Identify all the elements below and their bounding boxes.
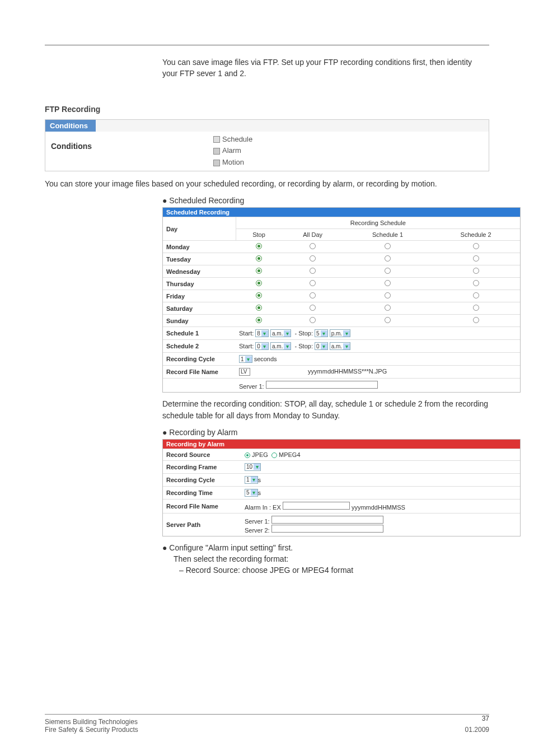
alarm-filename-prefix: Alarm In : EX <box>245 504 281 511</box>
radio-sched2[interactable] <box>473 243 479 249</box>
alarm-cycle-label: Recording Cycle <box>163 473 241 486</box>
opt-schedule: Schedule <box>222 134 252 146</box>
sched1-stop-val[interactable]: 5▾ <box>315 329 328 337</box>
radio-sched1[interactable] <box>385 317 391 323</box>
col-sched1: Schedule 1 <box>344 229 432 241</box>
recording-cycle-label: Recording Cycle <box>163 353 236 366</box>
sched1-start-ap[interactable]: a.m.▾ <box>270 329 291 337</box>
sched2-start-val[interactable]: 0▾ <box>255 342 269 350</box>
frame-val[interactable]: 10▾ <box>245 463 261 471</box>
radio-sched1[interactable] <box>385 292 391 298</box>
alarm-filename-input[interactable] <box>283 502 350 510</box>
radio-allday[interactable] <box>310 280 316 286</box>
scheduled-recording-table: Scheduled Recording Day Recording Schedu… <box>162 207 521 393</box>
opt-alarm: Alarm <box>222 145 241 157</box>
day-thursday: Thursday <box>163 278 236 290</box>
radio-sched1[interactable] <box>385 268 391 274</box>
server2-path-input[interactable] <box>271 525 383 533</box>
radio-allday[interactable] <box>310 305 316 311</box>
radio-stop[interactable] <box>256 255 262 262</box>
configure-bullet: Configure "Alarm input setting" first. <box>162 543 489 552</box>
alarm-cycle-val[interactable]: 1▾ <box>245 476 258 484</box>
conditions-panel: Conditions Conditions Schedule Alarm Mot… <box>45 119 489 171</box>
server1-lbl: Server 1: <box>245 518 270 525</box>
radio-sched1[interactable] <box>385 243 391 249</box>
radio-sched2[interactable] <box>473 255 479 262</box>
radio-allday[interactable] <box>310 255 316 262</box>
record-source-label: Record Source <box>163 449 241 460</box>
footer-left-1: Siemens Building Technologies <box>45 718 489 726</box>
footer-right: 01.2009 <box>465 726 489 734</box>
radio-allday[interactable] <box>310 268 316 274</box>
alarm-cycle-unit: s <box>258 476 261 483</box>
col-recording-schedule: Recording Schedule <box>236 217 520 229</box>
radio-stop[interactable] <box>256 243 262 249</box>
radio-sched1[interactable] <box>385 255 391 262</box>
radio-allday[interactable] <box>310 292 316 298</box>
record-filename-label: Record File Name <box>163 366 236 379</box>
radio-sched2[interactable] <box>473 317 479 323</box>
radio-sched2[interactable] <box>473 305 479 311</box>
sched2-start-ap[interactable]: a.m.▾ <box>270 342 291 350</box>
alarm-checkbox[interactable] <box>213 148 220 155</box>
alarm-filename-suffix: yyymmddHHMMSS <box>352 504 405 511</box>
time-val[interactable]: 5▾ <box>245 489 258 497</box>
server2-lbl: Server 2: <box>245 527 270 534</box>
radio-sched2[interactable] <box>473 280 479 286</box>
server1-input[interactable] <box>266 381 378 389</box>
schedule-checkbox[interactable] <box>213 136 220 143</box>
server1-label: Server 1: <box>239 383 264 390</box>
sched2-stop-lbl: - Stop: <box>295 343 313 349</box>
col-day: Day <box>163 217 236 241</box>
configure-sub: Then select the recording format: <box>174 554 489 563</box>
conditions-label: Conditions <box>45 134 213 169</box>
cycle-unit: seconds <box>254 356 277 362</box>
day-wednesday: Wednesday <box>163 265 236 278</box>
recording-by-alarm-table: Recording by Alarm Record Source JPEG MP… <box>162 439 521 536</box>
motion-checkbox[interactable] <box>213 160 220 166</box>
radio-sched2[interactable] <box>473 292 479 298</box>
radio-allday[interactable] <box>310 317 316 323</box>
scheduled-recording-bullet: Scheduled Recording <box>162 196 489 205</box>
time-unit: s <box>258 489 261 496</box>
conditions-header: Conditions <box>45 120 96 132</box>
sched2-label: Schedule 2 <box>163 340 236 353</box>
sched2-stop-val[interactable]: 0▾ <box>315 342 328 350</box>
radio-sched1[interactable] <box>385 305 391 311</box>
sched1-stop-ap[interactable]: p.m.▾ <box>330 329 350 337</box>
radio-sched1[interactable] <box>385 280 391 286</box>
day-friday: Friday <box>163 290 236 302</box>
radio-stop[interactable] <box>256 292 262 298</box>
sched-table-title: Scheduled Recording <box>163 208 520 217</box>
sched1-stop-lbl: - Stop: <box>295 330 313 337</box>
day-sunday: Sunday <box>163 315 236 327</box>
opt-motion: Motion <box>222 157 244 169</box>
sched2-stop-ap[interactable]: a.m.▾ <box>330 342 350 350</box>
server-path-label: Server Path <box>163 513 241 536</box>
sched2-start-lbl: Start: <box>239 343 254 349</box>
cycle-val[interactable]: 1▾ <box>239 355 252 363</box>
radio-stop[interactable] <box>256 280 262 286</box>
sched1-label: Schedule 1 <box>163 327 236 340</box>
radio-sched2[interactable] <box>473 268 479 274</box>
jpeg-radio[interactable] <box>245 452 250 458</box>
radio-allday[interactable] <box>310 243 316 249</box>
recording-frame-label: Recording Frame <box>163 460 241 473</box>
filename-suffix: yyymmddHHMMSS***N.JPG <box>308 368 387 375</box>
day-tuesday: Tuesday <box>163 253 236 265</box>
sched1-start-lbl: Start: <box>239 330 254 337</box>
radio-stop[interactable] <box>256 317 262 323</box>
footer-left-2: Fire Safety & Security Products <box>45 726 138 734</box>
filename-prefix[interactable]: LV <box>239 368 250 376</box>
radio-stop[interactable] <box>256 268 262 274</box>
col-allday: All Day <box>282 229 344 241</box>
alarm-table-title: Recording by Alarm <box>163 440 520 449</box>
record-source-dash: Record Source: choose JPEG or MPEG4 form… <box>179 566 489 575</box>
radio-stop[interactable] <box>256 305 262 311</box>
server1-path-input[interactable] <box>271 516 383 524</box>
mpeg4-radio[interactable] <box>271 452 277 458</box>
ftp-recording-heading: FTP Recording <box>45 105 489 114</box>
col-sched2: Schedule 2 <box>432 229 520 241</box>
store-paragraph: You can store your image files based on … <box>45 178 489 189</box>
sched1-start-val[interactable]: 8▾ <box>255 329 269 337</box>
